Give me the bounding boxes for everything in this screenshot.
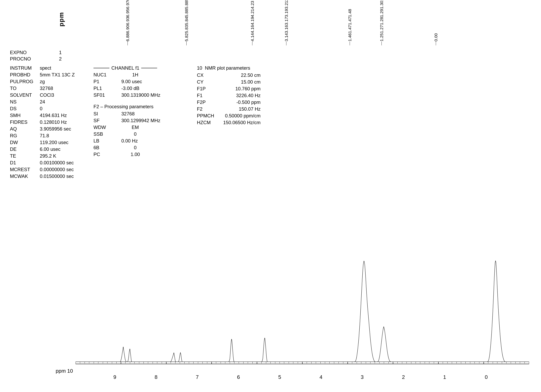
pl1-row: PL1 -3.00 dB	[94, 86, 185, 91]
tick-label-0: 0	[485, 374, 488, 380]
lb-row: LB 0.00 Hz	[94, 138, 185, 144]
instrum-row: INSTRUM spect	[10, 65, 86, 71]
sf-row: SF 300.1299942 MHz	[94, 118, 185, 123]
peak-labels-area: 7.30 7.02 7.00 6.99 6.97 6.95 6.93 6.90 …	[76, 0, 529, 46]
channel-line-right	[141, 68, 157, 68]
f2p-row: F2P -0.500 ppm	[197, 99, 284, 105]
f1p-row: F1P 10.760 ppm	[197, 86, 284, 92]
d1-row: D1 0.00100000 sec	[10, 160, 86, 166]
fidres-row: FIDRES 0.128010 Hz	[10, 119, 86, 125]
hzcm-row: HZCM 150.06500 Hz/cm	[197, 120, 284, 125]
mcrest-row: MCREST 0.00000000 sec	[10, 167, 86, 172]
tick-label-6: 6	[237, 374, 240, 380]
probhd-row: PROBHD 5mm TX1 13C Z	[10, 72, 86, 78]
peak-group-1: 7.30 7.02 7.00 6.99 6.97 6.95 6.93 6.90 …	[125, 0, 130, 46]
nmr-plot-params-col: 10 NMR plot parameters CX 22.50 cm CY 15…	[185, 65, 284, 126]
channel-f1-header: CHANNEL f1	[109, 65, 141, 71]
td-row: TO 32768	[10, 86, 86, 91]
parameters-section: EXPNO 1 PROCNO 2 INSTRUM spect PROBHD 5m…	[10, 50, 531, 180]
expno-label: EXPNO	[10, 50, 46, 55]
peak-group-2: 5.94 5.93 5.93 5.89 5.89 5.88 5.88 5.84 …	[184, 0, 188, 46]
peak-group-4: 3.22 3.21 3.19 3.17 3.16 3.14	[284, 0, 288, 46]
smh-row: SMH 4194.631 Hz	[10, 113, 86, 118]
channel-line-left	[94, 68, 109, 68]
tick-label-3: 3	[361, 374, 364, 380]
tick-label-5: 5	[278, 374, 281, 380]
rg-row: RG 71.8	[10, 133, 86, 138]
mcwak-row: MCWAK 0.01500000 sec	[10, 173, 86, 179]
tick-label-7: 7	[196, 374, 199, 380]
tick-label-9: 9	[113, 374, 116, 380]
de-row: DE 6.00 usec	[10, 146, 86, 152]
ppm-unit: ppm 10	[56, 368, 73, 374]
tick-label-4: 4	[320, 374, 323, 380]
ruler-baseline	[76, 364, 529, 364]
ssb-row: SSB 0	[94, 131, 185, 137]
wdw-row: WDW EM	[94, 125, 185, 130]
ds-row: DS 0	[10, 106, 86, 111]
nmr-container: ppm 7.30 7.02 7.00 6.99 6.97 6.95 6.93 6…	[0, 0, 541, 392]
cx-row: CX 22.50 cm	[197, 73, 284, 78]
peak-group-5: 1.48 1.47 1.47 1.46	[348, 9, 352, 46]
tick-label-2: 2	[402, 374, 405, 380]
dw-row: DW 119.200 usec	[10, 140, 86, 145]
cy-row: CY 15.00 cm	[197, 79, 284, 85]
ppmch-row: PPMCH 0.50000 ppm/cm	[197, 113, 284, 119]
tick-label-1: 1	[443, 374, 446, 380]
f2-row: F2 150.07 Hz	[197, 106, 284, 112]
spectrum-svg	[76, 260, 529, 364]
pc-row: PC 1.00	[94, 152, 185, 157]
ns-row: NS 24	[10, 99, 86, 105]
sf01-row: SF01 300.1319000 MHz	[94, 92, 185, 98]
instrument-params-col: INSTRUM spect PROBHD 5mm TX1 13C Z PULPR…	[10, 65, 86, 180]
peak-group-3: 4.23 4.21 4.19 4.16 4.14	[250, 1, 254, 46]
p1-row: P1 9.00 usec	[94, 79, 185, 84]
peak-group-6: 1.31 1.30 1.29 1.28 1.27 1.25	[380, 0, 384, 46]
peak-group-7: 0.00	[434, 33, 438, 46]
solvent-row: SOLVENT COCl3	[10, 92, 86, 98]
te-row: TE 295.2 K	[10, 153, 86, 159]
si-row: SI 32768	[94, 111, 185, 117]
tick-label-8: 8	[155, 374, 157, 380]
f1-row: F1 3226.40 Hz	[197, 93, 284, 98]
nuc1-row: NUC1 1H	[94, 72, 185, 78]
expno-value: 1	[46, 50, 70, 55]
pulprog-row: PULPROG zg	[10, 79, 86, 84]
aq-row: AQ 3.9059956 sec	[10, 126, 86, 132]
procno-label: PROCNO	[10, 56, 46, 62]
nmr-plot-header: 10 NMR plot parameters	[197, 65, 284, 71]
gb-row: 6B 0	[94, 145, 185, 151]
spectrum-area: ppm 10 9 8 7 6 5 4 3 2 1 0	[76, 257, 529, 380]
ppm-vertical-label: ppm	[58, 12, 65, 27]
channel-f1-col: CHANNEL f1 NUC1 1H P1 9.00 usec PL1 -3.0…	[86, 65, 185, 158]
procno-value: 2	[46, 56, 70, 62]
f2-processing-header: F2 – Processing parameters	[94, 104, 185, 110]
